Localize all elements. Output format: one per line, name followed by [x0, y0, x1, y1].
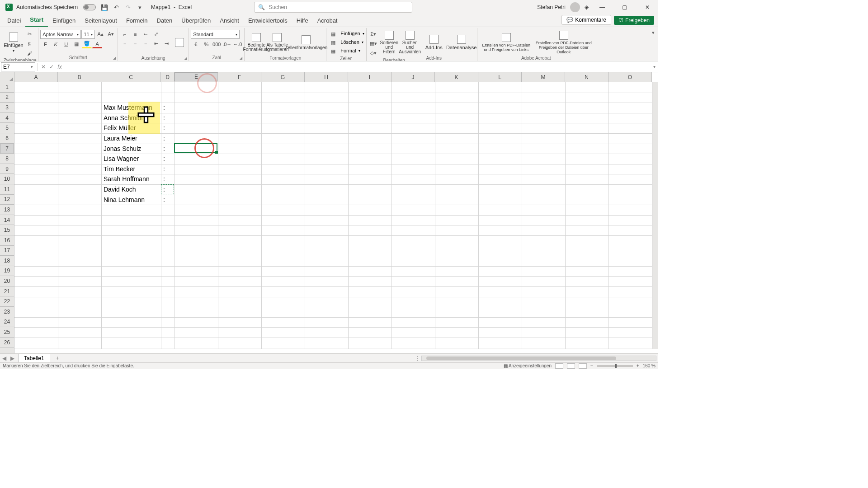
align-bottom-icon[interactable]: ⌙: [141, 30, 151, 38]
insert-cells-button[interactable]: ▦Einfügen▾: [328, 30, 364, 38]
vertical-scrollbar[interactable]: [652, 82, 658, 349]
user-name[interactable]: Stefan Petri: [537, 4, 566, 10]
align-middle-icon[interactable]: ≡: [130, 30, 140, 38]
cell-C7[interactable]: Jonas Schulz: [102, 144, 142, 153]
autosum-icon[interactable]: Σ▾: [368, 30, 378, 38]
format-as-table-button[interactable]: Als Tabelle formatieren: [267, 30, 287, 55]
row-headers[interactable]: 1234567891011121314151617181920212223242…: [0, 82, 14, 355]
tab-acrobat[interactable]: Acrobat: [313, 15, 342, 27]
qat-dropdown-icon[interactable]: ▾: [135, 2, 145, 12]
cell-styles-button[interactable]: Zellenformatvorlagen: [288, 30, 324, 55]
border-icon[interactable]: ▦: [71, 40, 81, 48]
cell-D9[interactable]: :: [162, 164, 166, 174]
col-header-E[interactable]: E: [175, 72, 218, 81]
formula-input[interactable]: [64, 62, 650, 71]
paste-button[interactable]: Einfügen▾: [4, 30, 24, 55]
row-header-20[interactable]: 20: [0, 276, 14, 286]
row-header-25[interactable]: 25: [0, 327, 14, 338]
row-header-11[interactable]: 11: [0, 184, 14, 195]
diamond-icon[interactable]: ◈: [585, 4, 589, 10]
cell-C9[interactable]: Tim Becker: [102, 164, 137, 174]
font-name-select[interactable]: Aptos Narrow▾: [40, 30, 81, 39]
col-header-B[interactable]: B: [58, 72, 101, 82]
page-layout-view-icon[interactable]: [567, 363, 575, 369]
row-header-4[interactable]: 4: [0, 113, 14, 123]
acrobat-link-button[interactable]: Erstellen von PDF-Dateien und Freigeben …: [479, 30, 533, 55]
row-header-8[interactable]: 8: [0, 154, 14, 164]
expand-formula-icon[interactable]: ▾: [650, 64, 658, 69]
avatar[interactable]: [570, 2, 580, 12]
column-headers[interactable]: ABCDEFGHIJKLMNO: [14, 72, 652, 82]
format-painter-icon[interactable]: 🖌: [24, 49, 34, 57]
cell-D5[interactable]: :: [162, 123, 166, 132]
fill-icon[interactable]: ▦▾: [368, 39, 378, 48]
increase-decimal-icon[interactable]: .0→: [222, 40, 232, 48]
align-top-icon[interactable]: ⌐: [120, 30, 130, 38]
tab-ansicht[interactable]: Ansicht: [215, 15, 244, 27]
row-header-3[interactable]: 3: [0, 103, 14, 113]
col-header-I[interactable]: I: [348, 72, 392, 82]
cut-icon[interactable]: ✂: [24, 30, 34, 38]
collapse-ribbon-icon[interactable]: ▾: [650, 28, 656, 61]
tab-daten[interactable]: Daten: [152, 15, 177, 27]
tab-start[interactable]: Start: [25, 14, 48, 27]
italic-button[interactable]: K: [51, 40, 61, 48]
row-header-12[interactable]: 12: [0, 195, 14, 205]
col-header-L[interactable]: L: [478, 72, 522, 82]
decrease-indent-icon[interactable]: ⇤: [151, 39, 161, 48]
font-color-icon[interactable]: A: [92, 40, 102, 48]
cell-D3[interactable]: :: [162, 103, 166, 112]
cell-C5[interactable]: Felix Müller: [102, 123, 137, 132]
fill-color-icon[interactable]: 🪣: [82, 40, 92, 48]
align-right-icon[interactable]: ≡: [141, 39, 151, 48]
redo-icon[interactable]: ↷: [123, 2, 133, 12]
fx-icon[interactable]: fx: [56, 63, 64, 71]
sort-filter-button[interactable]: Sortieren und Filtern: [379, 30, 399, 55]
row-header-23[interactable]: 23: [0, 307, 14, 317]
row-header-5[interactable]: 5: [0, 123, 14, 133]
share-button[interactable]: ☑ Freigeben: [614, 16, 654, 25]
clear-icon[interactable]: ◇▾: [368, 49, 378, 57]
col-header-M[interactable]: M: [522, 72, 565, 82]
col-header-F[interactable]: F: [218, 72, 261, 82]
row-header-16[interactable]: 16: [0, 235, 14, 246]
acrobat-outlook-button[interactable]: Erstellen von PDF-Dateien und Freigeben …: [534, 30, 593, 55]
display-settings-button[interactable]: ▦ Anzeigeeinstellungen: [504, 363, 552, 368]
undo-icon[interactable]: ↶: [111, 2, 121, 12]
cell-D11[interactable]: :: [162, 185, 166, 194]
col-header-G[interactable]: G: [261, 72, 305, 82]
row-header-10[interactable]: 10: [0, 174, 14, 184]
cell-D10[interactable]: :: [162, 174, 166, 183]
name-box[interactable]: E7▾: [1, 62, 35, 71]
cell-D4[interactable]: :: [162, 113, 166, 122]
row-header-9[interactable]: 9: [0, 164, 14, 174]
thousands-icon[interactable]: 000: [212, 40, 222, 48]
cell-C3[interactable]: Max Mustermann: [102, 103, 154, 112]
row-header-7[interactable]: 7: [0, 144, 14, 154]
tab-einfügen[interactable]: Einfügen: [48, 15, 80, 27]
row-header-17[interactable]: 17: [0, 246, 14, 256]
data-analysis-button[interactable]: Datenanalyse: [448, 30, 475, 55]
bold-button[interactable]: F: [40, 40, 50, 48]
col-header-H[interactable]: H: [305, 72, 348, 82]
row-header-21[interactable]: 21: [0, 286, 14, 297]
zoom-slider[interactable]: [597, 365, 633, 367]
col-header-D[interactable]: D: [161, 72, 175, 82]
cell-D7[interactable]: :: [162, 144, 166, 153]
font-size-select[interactable]: 11▾: [81, 30, 95, 39]
tab-formeln[interactable]: Formeln: [122, 15, 152, 27]
cell-C8[interactable]: Lisa Wagner: [102, 154, 140, 163]
row-header-6[interactable]: 6: [0, 133, 14, 144]
comments-button[interactable]: 💬 Kommentare: [561, 15, 611, 25]
find-select-button[interactable]: Suchen und Auswählen: [400, 30, 420, 55]
decrease-decimal-icon[interactable]: ←.0: [232, 40, 242, 48]
cells-area[interactable]: Max MustermannAnna SchmidtFelix MüllerLa…: [14, 82, 652, 349]
tab-hilfe[interactable]: Hilfe: [292, 15, 313, 27]
number-format-select[interactable]: Standard▾: [191, 30, 240, 39]
select-all-corner[interactable]: [0, 72, 14, 82]
row-header-13[interactable]: 13: [0, 205, 14, 215]
row-header-22[interactable]: 22: [0, 296, 14, 307]
horizontal-scrollbar[interactable]: [421, 356, 656, 361]
currency-icon[interactable]: €: [191, 40, 201, 48]
cell-D6[interactable]: :: [162, 134, 166, 143]
